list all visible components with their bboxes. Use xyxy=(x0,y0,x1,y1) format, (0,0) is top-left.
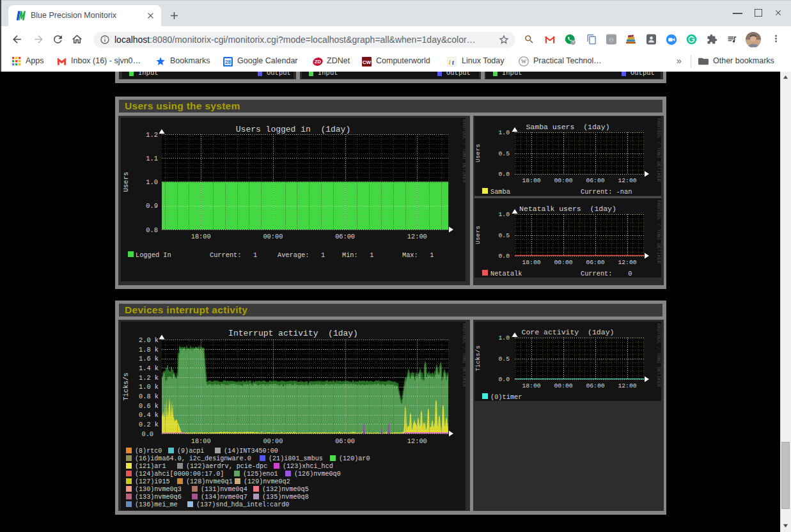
svg-text:0.0: 0.0 xyxy=(499,253,510,260)
svg-text:(126)nvme0q0: (126)nvme0q0 xyxy=(294,471,341,478)
svg-text:18:00: 18:00 xyxy=(522,177,540,184)
svg-text:28: 28 xyxy=(225,59,231,65)
svg-text:18:00: 18:00 xyxy=(191,233,211,240)
svg-text:1.6 k: 1.6 k xyxy=(139,355,159,363)
svg-text:0.2 k: 0.2 k xyxy=(139,421,159,428)
svg-text:W: W xyxy=(521,58,527,65)
svg-text:1.1: 1.1 xyxy=(146,155,158,162)
svg-text:06:00: 06:00 xyxy=(586,382,604,389)
svg-text:18:00: 18:00 xyxy=(191,437,211,445)
svg-text:06:00: 06:00 xyxy=(586,259,604,266)
svg-text:0.8: 0.8 xyxy=(146,226,158,234)
svg-text:1.8 k: 1.8 k xyxy=(139,346,159,354)
svg-text:06:00: 06:00 xyxy=(586,177,604,184)
svg-text:(133)nvme0q6: (133)nvme0q6 xyxy=(135,494,182,501)
svg-text:0.4 k: 0.4 k xyxy=(139,411,159,419)
svg-text:12:00: 12:00 xyxy=(407,233,427,240)
svg-text:Min: 1: Min: 1 xyxy=(342,251,373,259)
svg-text:RRDTOOL / TOBI OETIKER: RRDTOOL / TOBI OETIKER xyxy=(656,118,661,182)
svg-text:0.5: 0.5 xyxy=(499,232,510,239)
svg-text:06:00: 06:00 xyxy=(335,233,355,240)
svg-text:0.0: 0.0 xyxy=(141,430,153,438)
svg-text:Users: Users xyxy=(122,172,130,192)
svg-text:(121)ar1: (121)ar1 xyxy=(135,463,166,470)
svg-text:1.0: 1.0 xyxy=(499,334,510,341)
svg-text:(21)i801_smbus: (21)i801_smbus xyxy=(269,455,323,462)
svg-text:(131)nvme0q4: (131)nvme0q4 xyxy=(201,486,247,493)
svg-text:18:00: 18:00 xyxy=(522,259,540,266)
svg-text:(8)rtc0: (8)rtc0 xyxy=(135,448,162,455)
svg-text:0.0: 0.0 xyxy=(499,171,510,178)
svg-text:Max: 1: Max: 1 xyxy=(402,251,434,259)
svg-text:Ѳ: Ѳ xyxy=(609,36,613,43)
svg-text:Users: Users xyxy=(474,226,482,244)
svg-text:Netatalk users (1day): Netatalk users (1day) xyxy=(519,205,616,213)
svg-text:(124)ahci[0000:00:17.0]: (124)ahci[0000:00:17.0] xyxy=(135,471,224,478)
svg-text:Samba: Samba xyxy=(490,188,510,196)
svg-text:(16)idma64.0, i2c_designware.0: (16)idma64.0, i2c_designware.0 xyxy=(135,455,251,462)
svg-text:Logged In: Logged In xyxy=(136,251,171,259)
svg-text:(132)nvme0q5: (132)nvme0q5 xyxy=(262,486,309,493)
svg-text:Average: 1: Average: 1 xyxy=(278,251,325,259)
svg-text:1.0: 1.0 xyxy=(146,178,158,186)
svg-text:(130)nvme0q3: (130)nvme0q3 xyxy=(135,486,182,493)
svg-text:Samba users (1day): Samba users (1day) xyxy=(526,123,609,131)
svg-text:0.5: 0.5 xyxy=(499,356,510,363)
svg-text:00:00: 00:00 xyxy=(554,259,572,266)
svg-text:RRDTOOL / TOBI OETIKER: RRDTOOL / TOBI OETIKER xyxy=(462,324,466,387)
svg-text:Core activity (1day): Core activity (1day) xyxy=(522,328,615,336)
svg-text:Current: 1: Current: 1 xyxy=(210,251,257,259)
svg-text:(123)xhci_hcd: (123)xhci_hcd xyxy=(283,463,333,470)
svg-text:CW: CW xyxy=(363,59,372,65)
svg-text:0.5: 0.5 xyxy=(499,150,510,157)
svg-text:(136)mei_me: (136)mei_me xyxy=(135,501,178,508)
svg-text:(128)nvme0q1: (128)nvme0q1 xyxy=(186,478,233,485)
svg-text:12:00: 12:00 xyxy=(618,177,636,184)
svg-text:(127)i915: (127)i915 xyxy=(135,478,170,485)
svg-text:(120)ar0: (120)ar0 xyxy=(339,455,370,462)
svg-text:(125)eno1: (125)eno1 xyxy=(243,471,278,478)
svg-text:00:00: 00:00 xyxy=(554,177,572,184)
svg-text:Users logged in (1day): Users logged in (1day) xyxy=(236,125,350,134)
svg-text:0.9: 0.9 xyxy=(146,202,158,210)
svg-text:0.6 k: 0.6 k xyxy=(139,402,159,410)
svg-text:1.0: 1.0 xyxy=(499,129,510,136)
svg-text:Current: -nan: Current: -nan xyxy=(581,188,632,196)
svg-text:12:00: 12:00 xyxy=(618,382,636,389)
svg-text:RRDTOOL / TOBI OETIKER: RRDTOOL / TOBI OETIKER xyxy=(656,200,661,264)
svg-text:(14)INT3450:00: (14)INT3450:00 xyxy=(224,448,278,455)
svg-text:Current: 0: Current: 0 xyxy=(581,270,632,278)
svg-text:1.0: 1.0 xyxy=(499,211,510,218)
svg-text:RRDTOOL / TOBI OETIKER: RRDTOOL / TOBI OETIKER xyxy=(462,120,466,184)
svg-text:(122)aerdrv, pcie-dpc: (122)aerdrv, pcie-dpc xyxy=(186,463,267,470)
svg-text:Ticks/s: Ticks/s xyxy=(474,345,482,372)
svg-text:1.2 k: 1.2 k xyxy=(139,374,159,382)
svg-text:1.2: 1.2 xyxy=(146,131,158,139)
svg-text:Ticks/s: Ticks/s xyxy=(122,373,130,401)
svg-text:Netatalk: Netatalk xyxy=(490,270,522,278)
svg-text:1.4 k: 1.4 k xyxy=(139,364,159,372)
svg-text:0.0: 0.0 xyxy=(499,376,510,383)
svg-text:Interrupt activity (1day): Interrupt activity (1day) xyxy=(228,329,358,338)
svg-text:Users: Users xyxy=(474,144,482,162)
svg-text:06:00: 06:00 xyxy=(335,437,355,445)
svg-text:0.8 k: 0.8 k xyxy=(139,393,159,400)
svg-text:(134)nvme0q7: (134)nvme0q7 xyxy=(201,494,247,501)
svg-text:RRDTOOL / TOBI OETIKER: RRDTOOL / TOBI OETIKER xyxy=(656,324,661,387)
svg-text:(135)nvme0q8: (135)nvme0q8 xyxy=(262,494,309,501)
svg-text:12:00: 12:00 xyxy=(407,437,427,445)
svg-text:(9)acpi: (9)acpi xyxy=(177,448,204,455)
svg-text:00:00: 00:00 xyxy=(263,233,283,240)
svg-text:00:00: 00:00 xyxy=(263,437,283,445)
svg-text:ZD: ZD xyxy=(315,59,322,65)
svg-text:(137)snd_hda_intel:card0: (137)snd_hda_intel:card0 xyxy=(196,501,289,508)
svg-text:18:00: 18:00 xyxy=(522,382,540,389)
svg-text:(0)timer: (0)timer xyxy=(490,393,522,401)
svg-text:2.0 k: 2.0 k xyxy=(139,336,159,344)
svg-text:?: ? xyxy=(572,40,574,44)
svg-text:00:00: 00:00 xyxy=(554,382,572,389)
svg-text:12:00: 12:00 xyxy=(618,259,636,266)
svg-text:l: l xyxy=(449,59,451,66)
svg-text:1.0 k: 1.0 k xyxy=(139,383,159,391)
svg-text:(129)nvme0q2: (129)nvme0q2 xyxy=(244,478,290,485)
